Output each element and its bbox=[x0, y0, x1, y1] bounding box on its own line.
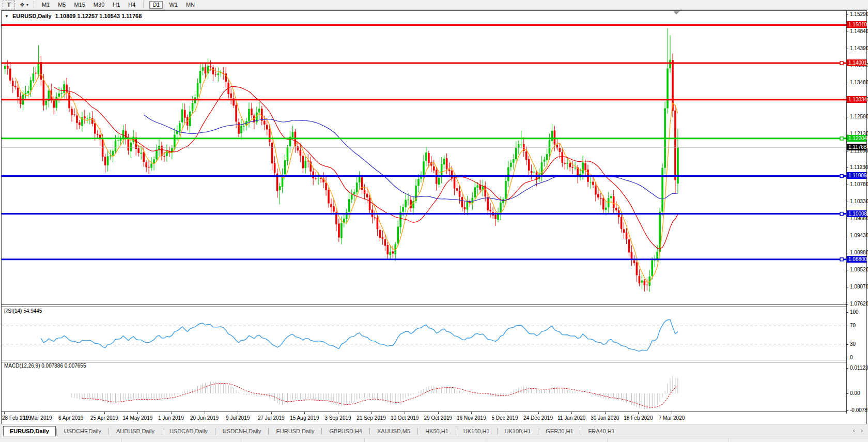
level-handle[interactable] bbox=[840, 212, 843, 216]
price-tick-label: 1.07620 bbox=[850, 301, 868, 307]
price-tick-mark bbox=[847, 151, 848, 151]
level-badge: 1.15010 bbox=[847, 21, 866, 28]
tab-audusd-daily[interactable]: AUDUSD,Daily bbox=[110, 426, 161, 436]
rsi-pane[interactable] bbox=[2, 307, 846, 360]
text-tool-icon: T bbox=[7, 2, 11, 8]
price-tick-mark bbox=[847, 270, 848, 270]
price-tick-mark bbox=[847, 83, 848, 83]
level-handle[interactable] bbox=[840, 174, 843, 177]
price-tick-mark bbox=[847, 49, 848, 49]
date-tick-label: 20 Jun 2019 bbox=[190, 415, 219, 421]
timeframe-button-mn[interactable]: MN bbox=[184, 1, 197, 9]
date-tick-mark bbox=[38, 412, 38, 414]
chart-window: ▼ EURUSD,Daily 1.10809 1.12257 1.10543 1… bbox=[1, 10, 867, 424]
tab-separator bbox=[581, 428, 581, 435]
date-tick-label: 27 Jul 2019 bbox=[258, 415, 285, 421]
price-axis[interactable]: 1.152901.148401.143901.139301.134801.130… bbox=[847, 11, 866, 424]
date-tick-label: 30 Jan 2020 bbox=[591, 415, 619, 421]
date-axis[interactable]: 28 Feb 201919 Mar 20196 Apr 201925 Apr 2… bbox=[2, 412, 846, 424]
status-divider bbox=[121, 439, 122, 442]
date-tick-label: 7 Mar 2020 bbox=[659, 415, 685, 421]
level-badge: 1.14001 bbox=[847, 59, 866, 66]
price-tick-label: 1.14390 bbox=[850, 45, 868, 52]
tab-ger30-h1[interactable]: GER30,H1 bbox=[539, 426, 580, 436]
macd-tick-label: -0.00789 bbox=[850, 407, 868, 414]
macd-pane[interactable] bbox=[2, 362, 846, 411]
tab-gbpusd-h4[interactable]: GBPUSD,H4 bbox=[322, 426, 369, 436]
rsi-tick-label: 0 bbox=[850, 355, 853, 361]
date-tick-mark bbox=[338, 412, 338, 414]
date-tick-label: 18 Feb 2020 bbox=[624, 415, 653, 421]
tab-separator bbox=[162, 428, 162, 435]
price-tick-mark bbox=[847, 32, 848, 32]
tab-eurusd-daily[interactable]: EURUSD,Daily bbox=[3, 426, 56, 436]
tab-scroll-left-icon[interactable]: ‹ bbox=[853, 427, 855, 434]
tab-usdchf-daily[interactable]: USDCHF,Daily bbox=[57, 426, 108, 436]
tab-scroll-right-icon[interactable]: › bbox=[861, 427, 863, 434]
tab-fra40-h1[interactable]: FRA40,H1 bbox=[582, 426, 622, 436]
tab-usdcad-daily[interactable]: USDCAD,Daily bbox=[163, 426, 214, 436]
timeframe-button-h1[interactable]: H1 bbox=[111, 1, 122, 9]
chart-title: ▼ EURUSD,Daily 1.10809 1.12257 1.10543 1… bbox=[5, 13, 142, 19]
date-tick-label: 5 Dec 2019 bbox=[491, 415, 518, 421]
trading-terminal: T ❖ ▾ M1M5M15M30H1H4D1W1MN ▼ EURUSD,Dail… bbox=[0, 0, 868, 442]
level-handle[interactable] bbox=[840, 62, 843, 65]
date-tick-mark bbox=[104, 412, 105, 414]
tab-xauusd-m5[interactable]: XAUUSD,M5 bbox=[370, 426, 417, 436]
date-tick-mark bbox=[4, 412, 5, 414]
pane-separator[interactable] bbox=[2, 360, 846, 362]
timeframe-button-m15[interactable]: M15 bbox=[72, 1, 87, 9]
level-handle[interactable] bbox=[840, 137, 843, 140]
date-tick-mark bbox=[304, 412, 305, 414]
timeframe-button-m5[interactable]: M5 bbox=[56, 1, 68, 9]
date-tick-mark bbox=[672, 412, 672, 414]
rsi-label: RSI(14) 54.9445 bbox=[4, 308, 42, 314]
status-bar bbox=[0, 438, 868, 442]
date-tick-label: 24 Dec 2019 bbox=[523, 415, 553, 421]
level-handle[interactable] bbox=[840, 258, 843, 261]
timeframe-button-w1[interactable]: W1 bbox=[167, 1, 180, 9]
price-tick-mark bbox=[847, 304, 848, 304]
chart-shift-marker-icon[interactable] bbox=[673, 11, 679, 14]
tab-hk50-h1[interactable]: HK50,H1 bbox=[419, 426, 455, 436]
cursor-tool-button[interactable]: ❖ ▾ bbox=[18, 1, 30, 9]
tab-separator bbox=[215, 428, 215, 435]
price-tick-mark bbox=[847, 185, 848, 185]
price-tick-label: 1.11230 bbox=[850, 164, 868, 171]
timeframe-button-m30[interactable]: M30 bbox=[91, 1, 106, 9]
date-tick-mark bbox=[405, 412, 405, 414]
pane-separator[interactable] bbox=[2, 304, 846, 307]
date-tick-label: 15 Aug 2019 bbox=[290, 415, 319, 421]
price-tick-mark bbox=[847, 167, 848, 168]
tab-eurusd-daily[interactable]: EURUSD,Daily bbox=[269, 426, 321, 436]
date-tick-label: 1 Jun 2019 bbox=[158, 415, 184, 421]
status-divider bbox=[243, 439, 243, 442]
price-tick-mark bbox=[847, 14, 848, 15]
date-tick-mark bbox=[571, 412, 572, 414]
price-tick-mark bbox=[847, 287, 848, 287]
cursor-tool-icon: ❖ bbox=[20, 2, 25, 8]
timeframe-toolbar: M1M5M15M30H1H4D1W1MN bbox=[40, 1, 197, 9]
timeframe-button-m1[interactable]: M1 bbox=[40, 1, 52, 9]
price-chart-pane[interactable] bbox=[2, 11, 846, 304]
price-tick-label: 1.10780 bbox=[850, 181, 868, 188]
price-tick-label: 1.12580 bbox=[850, 114, 868, 120]
tab-uk100-h1[interactable]: UK100,H1 bbox=[457, 426, 497, 436]
price-tick-label: 1.09430 bbox=[850, 233, 868, 239]
date-tick-label: 29 Oct 2019 bbox=[424, 415, 452, 421]
tab-uk100-h1[interactable]: UK100,H1 bbox=[498, 426, 538, 436]
timeframe-button-d1[interactable]: D1 bbox=[149, 1, 163, 9]
rsi-tick-mark bbox=[847, 326, 848, 326]
tab-separator bbox=[538, 428, 538, 435]
date-tick-label: 14 May 2019 bbox=[122, 415, 152, 421]
tab-usdcnh-daily[interactable]: USDCNH,Daily bbox=[216, 426, 268, 436]
rsi-tick-mark bbox=[847, 358, 848, 358]
timeframe-button-h4[interactable]: H4 bbox=[126, 1, 137, 9]
rsi-tick-mark bbox=[847, 344, 848, 345]
date-tick-mark bbox=[271, 412, 272, 414]
date-tick-mark bbox=[605, 412, 606, 414]
text-tool-button[interactable]: T bbox=[3, 1, 15, 9]
macd-tick-label: 0.011232 bbox=[850, 365, 868, 371]
collapse-triangle-icon[interactable]: ▼ bbox=[5, 14, 9, 19]
date-tick-mark bbox=[171, 412, 172, 414]
